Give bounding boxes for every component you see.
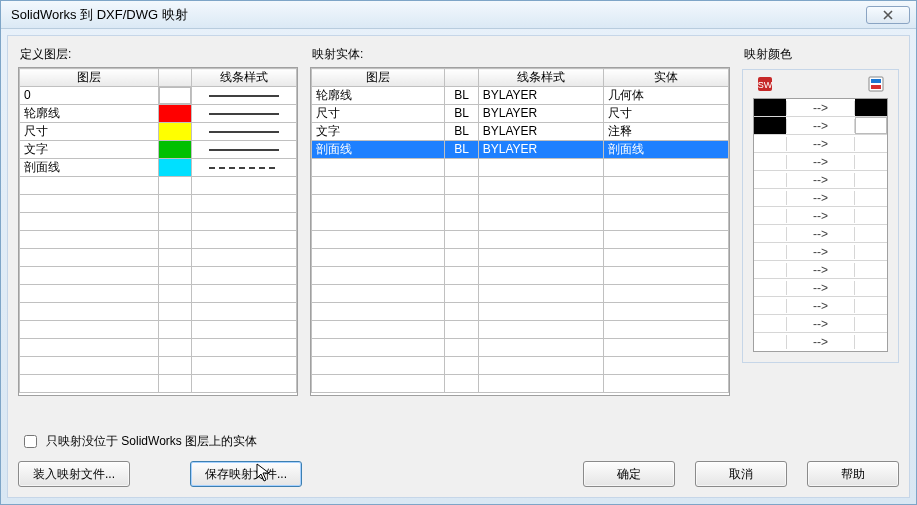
empty-cell[interactable] xyxy=(603,303,728,321)
empty-cell[interactable] xyxy=(445,321,478,339)
empty-cell[interactable] xyxy=(603,213,728,231)
empty-cell[interactable] xyxy=(478,267,603,285)
color-map-right[interactable] xyxy=(855,135,887,152)
empty-row[interactable] xyxy=(312,303,729,321)
layer-row[interactable]: 0 xyxy=(20,87,297,105)
empty-cell[interactable] xyxy=(603,375,728,393)
empty-cell[interactable] xyxy=(158,177,191,195)
empty-cell[interactable] xyxy=(312,303,445,321)
color-map-left[interactable] xyxy=(754,243,786,260)
empty-cell[interactable] xyxy=(158,321,191,339)
layer-name-cell[interactable]: 文字 xyxy=(20,141,159,159)
empty-cell[interactable] xyxy=(312,177,445,195)
color-map-row[interactable]: --> xyxy=(754,171,887,189)
color-map-row[interactable]: --> xyxy=(754,333,887,351)
empty-cell[interactable] xyxy=(445,231,478,249)
empty-cell[interactable] xyxy=(158,357,191,375)
layer-name-cell[interactable]: 剖面线 xyxy=(20,159,159,177)
empty-cell[interactable] xyxy=(191,339,296,357)
empty-row[interactable] xyxy=(20,267,297,285)
empty-cell[interactable] xyxy=(191,321,296,339)
empty-cell[interactable] xyxy=(158,285,191,303)
color-map-left[interactable] xyxy=(754,135,786,152)
entity-layer-cell[interactable]: 轮廓线 xyxy=(312,87,445,105)
only-map-checkbox-row[interactable]: 只映射没位于 SolidWorks 图层上的实体 xyxy=(20,432,899,451)
empty-cell[interactable] xyxy=(478,249,603,267)
entity-linestyle-cell[interactable]: BYLAYER xyxy=(478,123,603,141)
empty-cell[interactable] xyxy=(603,249,728,267)
entity-entity-cell[interactable]: 几何体 xyxy=(603,87,728,105)
color-map-right[interactable] xyxy=(855,117,887,134)
empty-cell[interactable] xyxy=(312,267,445,285)
color-map-left[interactable] xyxy=(754,153,786,170)
empty-cell[interactable] xyxy=(312,195,445,213)
empty-cell[interactable] xyxy=(20,213,159,231)
empty-cell[interactable] xyxy=(445,177,478,195)
color-map-row[interactable]: --> xyxy=(754,135,887,153)
entity-entity-cell[interactable]: 尺寸 xyxy=(603,105,728,123)
empty-cell[interactable] xyxy=(478,375,603,393)
empty-cell[interactable] xyxy=(478,303,603,321)
empty-cell[interactable] xyxy=(478,285,603,303)
empty-row[interactable] xyxy=(20,213,297,231)
empty-row[interactable] xyxy=(312,339,729,357)
entity-row[interactable]: 轮廓线BLBYLAYER几何体 xyxy=(312,87,729,105)
layers-col-linestyle[interactable]: 线条样式 xyxy=(191,69,296,87)
empty-cell[interactable] xyxy=(191,303,296,321)
entity-short-cell[interactable]: BL xyxy=(445,87,478,105)
empty-row[interactable] xyxy=(20,231,297,249)
empty-cell[interactable] xyxy=(603,357,728,375)
empty-row[interactable] xyxy=(20,321,297,339)
entities-col-entity[interactable]: 实体 xyxy=(603,69,728,87)
empty-cell[interactable] xyxy=(158,267,191,285)
empty-cell[interactable] xyxy=(20,231,159,249)
empty-row[interactable] xyxy=(312,231,729,249)
empty-cell[interactable] xyxy=(191,195,296,213)
entity-layer-cell[interactable]: 尺寸 xyxy=(312,105,445,123)
layer-linestyle-cell[interactable] xyxy=(191,87,296,105)
color-map-left[interactable] xyxy=(754,333,786,351)
entity-entity-cell[interactable]: 注释 xyxy=(603,123,728,141)
color-map-row[interactable]: --> xyxy=(754,315,887,333)
empty-row[interactable] xyxy=(312,213,729,231)
empty-row[interactable] xyxy=(20,195,297,213)
layer-row[interactable]: 剖面线 xyxy=(20,159,297,177)
color-map-row[interactable]: --> xyxy=(754,153,887,171)
color-map-row[interactable]: --> xyxy=(754,225,887,243)
empty-cell[interactable] xyxy=(445,303,478,321)
empty-cell[interactable] xyxy=(20,321,159,339)
empty-cell[interactable] xyxy=(445,249,478,267)
empty-cell[interactable] xyxy=(603,159,728,177)
color-map-left[interactable] xyxy=(754,207,786,224)
color-map-right[interactable] xyxy=(855,333,887,351)
color-map-left[interactable] xyxy=(754,225,786,242)
empty-cell[interactable] xyxy=(478,177,603,195)
empty-row[interactable] xyxy=(312,357,729,375)
color-map-right[interactable] xyxy=(855,225,887,242)
layer-color-cell[interactable] xyxy=(158,123,191,141)
color-map-right[interactable] xyxy=(855,171,887,188)
empty-cell[interactable] xyxy=(478,159,603,177)
empty-cell[interactable] xyxy=(158,339,191,357)
empty-cell[interactable] xyxy=(445,267,478,285)
layer-linestyle-cell[interactable] xyxy=(191,141,296,159)
empty-cell[interactable] xyxy=(312,231,445,249)
color-map-left[interactable] xyxy=(754,189,786,206)
entities-grid[interactable]: 图层 线条样式 实体 轮廓线BLBYLAYER几何体尺寸BLBYLAYER尺寸文… xyxy=(310,67,730,396)
empty-cell[interactable] xyxy=(603,177,728,195)
color-map-row[interactable]: --> xyxy=(754,117,887,135)
entity-layer-cell[interactable]: 剖面线 xyxy=(312,141,445,159)
empty-cell[interactable] xyxy=(445,339,478,357)
empty-cell[interactable] xyxy=(603,231,728,249)
color-map-left[interactable] xyxy=(754,297,786,314)
empty-cell[interactable] xyxy=(191,213,296,231)
empty-cell[interactable] xyxy=(20,177,159,195)
help-button[interactable]: 帮助 xyxy=(807,461,899,487)
ok-button[interactable]: 确定 xyxy=(583,461,675,487)
color-map-left[interactable] xyxy=(754,117,786,134)
color-map-right[interactable] xyxy=(855,261,887,278)
empty-cell[interactable] xyxy=(603,321,728,339)
empty-cell[interactable] xyxy=(445,213,478,231)
empty-row[interactable] xyxy=(312,195,729,213)
empty-cell[interactable] xyxy=(158,375,191,393)
